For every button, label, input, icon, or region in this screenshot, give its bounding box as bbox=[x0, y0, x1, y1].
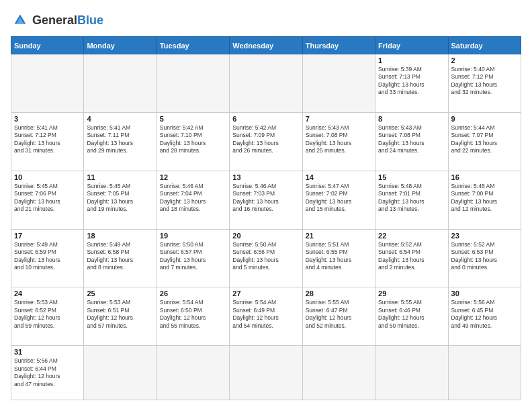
day-number: 12 bbox=[160, 173, 226, 181]
calendar-cell: 12Sunrise: 5:46 AM Sunset: 7:04 PM Dayli… bbox=[157, 171, 229, 229]
week-row-2: 3Sunrise: 5:41 AM Sunset: 7:12 PM Daylig… bbox=[11, 112, 521, 171]
calendar-cell: 24Sunrise: 5:53 AM Sunset: 6:52 PM Dayli… bbox=[11, 287, 84, 346]
day-number: 14 bbox=[306, 173, 372, 181]
weekday-header-saturday: Saturday bbox=[448, 37, 521, 54]
calendar-cell: 4Sunrise: 5:41 AM Sunset: 7:11 PM Daylig… bbox=[84, 112, 157, 171]
calendar-cell bbox=[448, 346, 521, 400]
sun-info: Sunrise: 5:50 AM Sunset: 6:57 PM Dayligh… bbox=[160, 241, 226, 272]
sun-info: Sunrise: 5:39 AM Sunset: 7:13 PM Dayligh… bbox=[378, 66, 445, 97]
calendar-cell bbox=[11, 54, 84, 113]
week-row-6: 31Sunrise: 5:56 AM Sunset: 6:44 PM Dayli… bbox=[11, 346, 521, 400]
calendar-cell: 30Sunrise: 5:56 AM Sunset: 6:45 PM Dayli… bbox=[448, 287, 521, 346]
calendar-cell: 7Sunrise: 5:43 AM Sunset: 7:08 PM Daylig… bbox=[302, 112, 375, 171]
calendar-cell: 31Sunrise: 5:56 AM Sunset: 6:44 PM Dayli… bbox=[11, 346, 84, 400]
sun-info: Sunrise: 5:43 AM Sunset: 7:08 PM Dayligh… bbox=[378, 124, 445, 155]
calendar-cell: 17Sunrise: 5:49 AM Sunset: 6:59 PM Dayli… bbox=[11, 229, 84, 287]
day-number: 30 bbox=[451, 289, 518, 298]
day-number: 21 bbox=[306, 232, 372, 240]
weekday-header-row: SundayMondayTuesdayWednesdayThursdayFrid… bbox=[11, 37, 521, 54]
calendar-cell: 28Sunrise: 5:55 AM Sunset: 6:47 PM Dayli… bbox=[302, 287, 375, 346]
logo: GeneralBlue bbox=[11, 11, 103, 30]
day-number: 1 bbox=[378, 56, 445, 64]
day-number: 16 bbox=[451, 173, 518, 181]
week-row-1: 1Sunrise: 5:39 AM Sunset: 7:13 PM Daylig… bbox=[11, 54, 521, 113]
generalblue-icon bbox=[11, 11, 30, 30]
day-number: 28 bbox=[306, 289, 372, 298]
sun-info: Sunrise: 5:42 AM Sunset: 7:10 PM Dayligh… bbox=[160, 124, 226, 155]
weekday-header-wednesday: Wednesday bbox=[230, 37, 302, 54]
sun-info: Sunrise: 5:48 AM Sunset: 7:00 PM Dayligh… bbox=[451, 183, 518, 214]
day-number: 27 bbox=[232, 289, 299, 298]
calendar-cell: 23Sunrise: 5:52 AM Sunset: 6:53 PM Dayli… bbox=[448, 229, 521, 287]
header: GeneralBlue bbox=[11, 11, 521, 30]
sun-info: Sunrise: 5:54 AM Sunset: 6:49 PM Dayligh… bbox=[232, 299, 299, 330]
sun-info: Sunrise: 5:48 AM Sunset: 7:01 PM Dayligh… bbox=[378, 183, 445, 214]
sun-info: Sunrise: 5:53 AM Sunset: 6:52 PM Dayligh… bbox=[14, 299, 81, 330]
sun-info: Sunrise: 5:54 AM Sunset: 6:50 PM Dayligh… bbox=[160, 299, 226, 330]
sun-info: Sunrise: 5:55 AM Sunset: 6:47 PM Dayligh… bbox=[306, 299, 372, 330]
logo-text: GeneralBlue bbox=[32, 13, 103, 28]
sun-info: Sunrise: 5:41 AM Sunset: 7:11 PM Dayligh… bbox=[87, 124, 153, 155]
day-number: 8 bbox=[378, 115, 445, 123]
day-number: 10 bbox=[14, 173, 81, 181]
sun-info: Sunrise: 5:52 AM Sunset: 6:53 PM Dayligh… bbox=[451, 241, 518, 272]
day-number: 23 bbox=[451, 232, 518, 240]
sun-info: Sunrise: 5:46 AM Sunset: 7:04 PM Dayligh… bbox=[160, 183, 226, 214]
sun-info: Sunrise: 5:55 AM Sunset: 6:46 PM Dayligh… bbox=[378, 299, 445, 330]
day-number: 26 bbox=[160, 289, 226, 298]
day-number: 3 bbox=[14, 115, 81, 123]
day-number: 19 bbox=[160, 232, 226, 240]
calendar-cell: 20Sunrise: 5:50 AM Sunset: 6:56 PM Dayli… bbox=[230, 229, 302, 287]
weekday-header-monday: Monday bbox=[84, 37, 157, 54]
sun-info: Sunrise: 5:40 AM Sunset: 7:12 PM Dayligh… bbox=[451, 66, 518, 97]
calendar-cell: 10Sunrise: 5:45 AM Sunset: 7:06 PM Dayli… bbox=[11, 171, 84, 229]
sun-info: Sunrise: 5:50 AM Sunset: 6:56 PM Dayligh… bbox=[232, 241, 299, 272]
sun-info: Sunrise: 5:45 AM Sunset: 7:05 PM Dayligh… bbox=[87, 183, 153, 214]
calendar-cell: 29Sunrise: 5:55 AM Sunset: 6:46 PM Dayli… bbox=[375, 287, 448, 346]
week-row-4: 17Sunrise: 5:49 AM Sunset: 6:59 PM Dayli… bbox=[11, 229, 521, 287]
sun-info: Sunrise: 5:42 AM Sunset: 7:09 PM Dayligh… bbox=[232, 124, 299, 155]
calendar-cell: 9Sunrise: 5:44 AM Sunset: 7:07 PM Daylig… bbox=[448, 112, 521, 171]
week-row-5: 24Sunrise: 5:53 AM Sunset: 6:52 PM Dayli… bbox=[11, 287, 521, 346]
calendar-cell: 8Sunrise: 5:43 AM Sunset: 7:08 PM Daylig… bbox=[375, 112, 448, 171]
day-number: 15 bbox=[378, 173, 445, 181]
calendar-cell: 25Sunrise: 5:53 AM Sunset: 6:51 PM Dayli… bbox=[84, 287, 157, 346]
day-number: 29 bbox=[378, 289, 445, 298]
calendar-cell: 22Sunrise: 5:52 AM Sunset: 6:54 PM Dayli… bbox=[375, 229, 448, 287]
weekday-header-tuesday: Tuesday bbox=[157, 37, 229, 54]
sun-info: Sunrise: 5:52 AM Sunset: 6:54 PM Dayligh… bbox=[378, 241, 445, 272]
calendar-cell: 18Sunrise: 5:49 AM Sunset: 6:58 PM Dayli… bbox=[84, 229, 157, 287]
calendar-cell: 27Sunrise: 5:54 AM Sunset: 6:49 PM Dayli… bbox=[230, 287, 302, 346]
calendar-cell: 15Sunrise: 5:48 AM Sunset: 7:01 PM Dayli… bbox=[375, 171, 448, 229]
sun-info: Sunrise: 5:44 AM Sunset: 7:07 PM Dayligh… bbox=[451, 124, 518, 155]
sun-info: Sunrise: 5:49 AM Sunset: 6:58 PM Dayligh… bbox=[87, 241, 153, 272]
weekday-header-thursday: Thursday bbox=[302, 37, 375, 54]
day-number: 20 bbox=[232, 232, 299, 240]
day-number: 24 bbox=[14, 289, 81, 298]
day-number: 7 bbox=[306, 115, 372, 123]
calendar-cell: 16Sunrise: 5:48 AM Sunset: 7:00 PM Dayli… bbox=[448, 171, 521, 229]
day-number: 18 bbox=[87, 232, 153, 240]
day-number: 9 bbox=[451, 115, 518, 123]
calendar-cell bbox=[84, 346, 157, 400]
day-number: 22 bbox=[378, 232, 445, 240]
calendar-cell: 13Sunrise: 5:46 AM Sunset: 7:03 PM Dayli… bbox=[230, 171, 302, 229]
calendar-cell: 19Sunrise: 5:50 AM Sunset: 6:57 PM Dayli… bbox=[157, 229, 229, 287]
calendar-cell bbox=[157, 54, 229, 113]
calendar-cell: 11Sunrise: 5:45 AM Sunset: 7:05 PM Dayli… bbox=[84, 171, 157, 229]
weekday-header-sunday: Sunday bbox=[11, 37, 84, 54]
sun-info: Sunrise: 5:56 AM Sunset: 6:44 PM Dayligh… bbox=[14, 357, 81, 388]
calendar-cell: 26Sunrise: 5:54 AM Sunset: 6:50 PM Dayli… bbox=[157, 287, 229, 346]
calendar-cell bbox=[230, 54, 302, 113]
day-number: 6 bbox=[232, 115, 299, 123]
sun-info: Sunrise: 5:41 AM Sunset: 7:12 PM Dayligh… bbox=[14, 124, 81, 155]
calendar-cell bbox=[230, 346, 302, 400]
sun-info: Sunrise: 5:45 AM Sunset: 7:06 PM Dayligh… bbox=[14, 183, 81, 214]
day-number: 11 bbox=[87, 173, 153, 181]
calendar-cell: 5Sunrise: 5:42 AM Sunset: 7:10 PM Daylig… bbox=[157, 112, 229, 171]
day-number: 5 bbox=[160, 115, 226, 123]
calendar-cell bbox=[157, 346, 229, 400]
sun-info: Sunrise: 5:53 AM Sunset: 6:51 PM Dayligh… bbox=[87, 299, 153, 330]
sun-info: Sunrise: 5:56 AM Sunset: 6:45 PM Dayligh… bbox=[451, 299, 518, 330]
calendar-cell: 6Sunrise: 5:42 AM Sunset: 7:09 PM Daylig… bbox=[230, 112, 302, 171]
